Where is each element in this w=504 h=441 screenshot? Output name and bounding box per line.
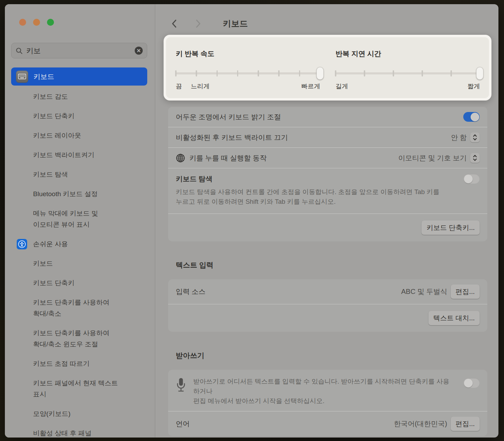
slider-tick [196, 70, 197, 77]
backlight-off-label: 비활성화된 후 키보드 백라이트 끄기 [176, 133, 288, 142]
slider-tick [335, 70, 336, 77]
sidebar-item-label: 손쉬운 사용 [33, 239, 68, 250]
zoom-window-button[interactable] [47, 19, 54, 26]
sidebar-item-acc-keyboard[interactable]: 키보드 [33, 258, 142, 269]
slider-tick [422, 70, 423, 77]
slider-slow-label: 느리게 [191, 82, 210, 90]
sidebar: ✕ 키보드 키보드 감도 키보드 단축키 키보드 레이아웃 키보드 백라이트켜기… [5, 4, 155, 438]
sidebar-item-keyboard-layout[interactable]: 키보드 레이아웃 [33, 130, 142, 141]
sidebar-item-acc-zoom-shortcut[interactable]: 키보드 단축키를 사용하여 확대/축소 [33, 297, 142, 319]
repeat-delay-label: 반복 지연 시간 [336, 49, 480, 58]
keyboard-settings-group: 어두운 조명에서 키보드 밝기 조절 비활성화된 후 키보드 백라이트 끄기 안… [168, 107, 487, 241]
sidebar-item-menubar-viewer[interactable]: 메뉴 막대에 키보드 및 이모티콘 뷰어 표시 [33, 208, 142, 230]
keyboard-brightness-row: 어두운 조명에서 키보드 밝기 조절 [168, 107, 487, 127]
keyboard-brightness-label: 어두운 조명에서 키보드 밝기 조절 [176, 112, 281, 122]
keyboard-app-icon [16, 71, 28, 83]
clear-search-icon[interactable]: ✕ [135, 47, 143, 55]
sidebar-item-acc-panel-text[interactable]: 키보드 패널에서 현재 텍스트 표시 [33, 378, 142, 400]
back-icon[interactable] [171, 19, 179, 28]
globe-key-action-label: 키를 누를 때 실행할 동작 [189, 153, 267, 163]
key-repeat-rate-group: 키 반복 속도 끔 느리게 빠르게 [176, 49, 320, 98]
navigation-bar: 키보드 [155, 4, 498, 31]
backlight-off-row: 비활성화된 후 키보드 백라이트 끄기 안 함 [168, 127, 487, 147]
keyboard-navigation-description: 키보드 탐색을 사용하여 컨트롤 간에 초점을 이동합니다. 초점을 앞으로 이… [176, 187, 458, 207]
search-icon [16, 47, 23, 54]
backlight-off-select[interactable] [470, 133, 480, 142]
dictation-toggle[interactable] [463, 378, 480, 388]
sidebar-item-acc-appearance[interactable]: 모양(키보드) [33, 408, 142, 419]
globe-icon [176, 153, 185, 163]
accessibility-icon [17, 239, 27, 249]
search-input[interactable] [26, 47, 135, 55]
input-sources-value: ABC 및 두벌식 [401, 287, 447, 296]
dictation-description: 받아쓰기로 어디서든 텍스트를 입력할 수 있습니다. 받아쓰기를 시작하려면 … [193, 377, 453, 406]
slider-tick [175, 70, 176, 77]
globe-key-action-row: 키를 누를 때 실행할 동작 이모티콘 및 기호 보기 [168, 147, 487, 168]
sidebar-item-label: 키보드 [33, 72, 54, 81]
slider-max-label: 빠르게 [301, 82, 320, 90]
repeat-delay-group: 반복 지연 시간 길게 짧게 [336, 49, 480, 98]
sidebar-item-keyboard-navigation[interactable]: 키보드 탐색 [33, 169, 142, 180]
keyboard-shortcuts-button[interactable]: 키보드 단축키... [422, 220, 480, 235]
text-replacement-row: 텍스트 대치... [168, 304, 487, 332]
keyboard-navigation-label: 키보드 탐색 [176, 174, 213, 184]
minimize-window-button[interactable] [33, 19, 40, 26]
text-replacement-button[interactable]: 텍스트 대치... [428, 311, 480, 325]
keyboard-brightness-toggle[interactable] [463, 112, 480, 122]
slider-tick [237, 70, 238, 77]
slider-tick [258, 70, 259, 77]
input-sources-label: 입력 소스 [176, 287, 206, 296]
keyboard-shortcuts-button-row: 키보드 단축키... [168, 214, 487, 241]
slider-tick [393, 70, 394, 77]
microphone-icon [176, 377, 186, 393]
content-pane: 키보드 키 반복 속도 끔 느리게 빠르게 반복 지연 시간 [155, 4, 498, 438]
sidebar-item-keyboard-shortcuts[interactable]: 키보드 단축키 [33, 111, 142, 122]
slider-tick [278, 70, 280, 77]
backlight-off-value: 안 함 [451, 133, 467, 142]
dictation-language-edit-button[interactable]: 편집... [451, 417, 480, 431]
slider-short-label: 짧게 [467, 82, 480, 90]
sidebar-item-accessibility[interactable]: 손쉬운 사용 [17, 239, 125, 250]
sidebar-item-keyboard-backlight[interactable]: 키보드 백라이트켜기 [33, 150, 142, 161]
dictation-language-row: 언어 한국어(대한민국) 편집... [168, 411, 487, 436]
input-sources-row: 입력 소스 ABC 및 두벌식 편집... [168, 279, 487, 304]
sidebar-item-acc-focus-follow[interactable]: 키보드 초점 따르기 [33, 358, 142, 369]
search-highlight-section: 키 반복 속도 끔 느리게 빠르게 반복 지연 시간 [164, 35, 491, 101]
slider-thumb[interactable] [476, 67, 483, 80]
sidebar-item-acc-shortcuts[interactable]: 키보드 단축키 [33, 278, 142, 289]
slider-thumb[interactable] [316, 67, 324, 80]
sidebar-item-acc-inactive-panel[interactable]: 비활성 상태 후 패널 [33, 428, 142, 438]
keyboard-navigation-toggle[interactable] [463, 174, 480, 184]
slider-tick [364, 70, 365, 77]
dictation-language-label: 언어 [176, 419, 190, 428]
slider-tick [216, 70, 218, 77]
slider-tick [299, 70, 300, 77]
dictation-language-value: 한국어(대한민국) [394, 419, 447, 428]
window-controls [5, 4, 155, 26]
globe-key-action-select[interactable] [470, 153, 480, 163]
keyboard-navigation-row: 키보드 탐색 키보드 탐색을 사용하여 컨트롤 간에 초점을 이동합니다. 초점… [168, 168, 487, 214]
dictation-row: 받아쓰기로 어디서든 텍스트를 입력할 수 있습니다. 받아쓰기를 시작하려면 … [168, 370, 487, 411]
text-input-group: 입력 소스 ABC 및 두벌식 편집... 텍스트 대치... [168, 279, 487, 332]
repeat-delay-slider[interactable] [336, 72, 480, 74]
search-results-list: 키보드 감도 키보드 단축키 키보드 레이아웃 키보드 백라이트켜기 키보드 탐… [5, 91, 155, 438]
key-repeat-rate-slider[interactable] [176, 72, 320, 74]
dictation-group: 받아쓰기로 어디서든 텍스트를 입력할 수 있습니다. 받아쓰기를 시작하려면 … [168, 370, 487, 436]
slider-tick [450, 70, 452, 77]
page-title: 키보드 [223, 18, 248, 29]
slider-min-label: 끔 [176, 82, 182, 90]
close-window-button[interactable] [19, 19, 26, 26]
sidebar-item-keyboard-sensitivity[interactable]: 키보드 감도 [33, 91, 142, 102]
sidebar-item-acc-zoom-window[interactable]: 키보드 단축키를 사용하여 확대/축소 윈도우 조절 [33, 328, 142, 350]
text-input-section-title: 텍스트 입력 [176, 260, 498, 270]
sidebar-item-keyboard-selected[interactable]: 키보드 [11, 67, 147, 86]
dictation-section-title: 받아쓰기 [176, 351, 498, 360]
settings-window: ✕ 키보드 키보드 감도 키보드 단축키 키보드 레이아웃 키보드 백라이트켜기… [5, 4, 498, 438]
key-repeat-rate-label: 키 반복 속도 [176, 49, 320, 58]
search-field[interactable]: ✕ [11, 43, 147, 58]
input-sources-edit-button[interactable]: 편집... [451, 284, 480, 299]
slider-long-label: 길게 [336, 82, 348, 90]
forward-icon[interactable] [196, 19, 203, 28]
globe-key-action-value: 이모티콘 및 기호 보기 [398, 153, 467, 163]
sidebar-item-bluetooth-keyboard[interactable]: Bluetooth 키보드 설정 [33, 189, 142, 200]
